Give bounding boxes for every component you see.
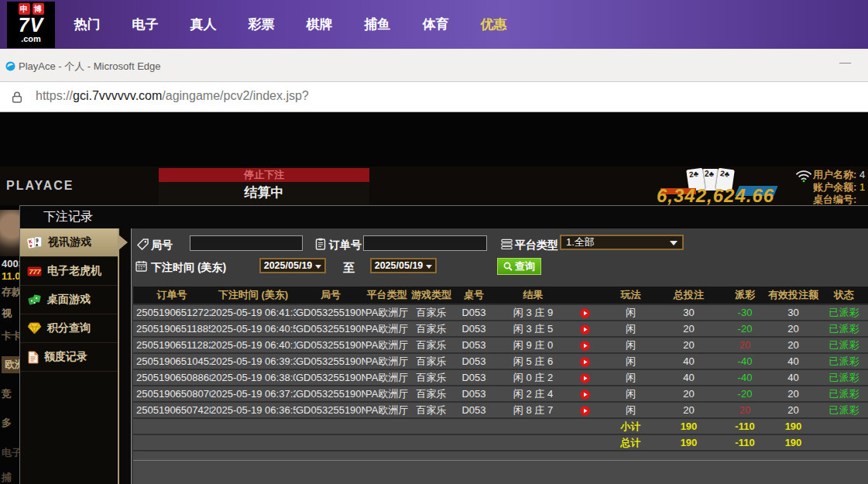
date-to-picker[interactable]: 2025/05/19	[370, 258, 437, 273]
cards-icon: K♥9♠	[27, 236, 43, 249]
platform-type-label: 平台类型	[515, 239, 558, 252]
balance-value: 1	[859, 181, 865, 193]
calendar-icon	[136, 260, 147, 275]
cell-valid: 20	[768, 321, 818, 337]
cell-total: 20	[656, 337, 722, 353]
logo-badge-bo: 博	[33, 3, 44, 15]
user-name-label: 用户名称:	[813, 169, 856, 180]
round-number-input[interactable]	[190, 235, 303, 251]
url-text[interactable]: https://gci.7vvvvvv.com/agingame/pcv2/in…	[36, 89, 309, 103]
nav-item[interactable]: 彩票	[232, 15, 290, 33]
chevron-down-icon	[315, 265, 321, 269]
cell-order: 250519065118857	[133, 321, 211, 337]
subtotal-cell-valid: 190	[768, 418, 818, 434]
search-icon	[503, 262, 513, 271]
cell-play: 闲	[606, 369, 656, 386]
grand_total-cell-payout: -110	[722, 434, 768, 451]
cell-payout: -20	[722, 386, 768, 402]
cell-valid: 40	[768, 369, 818, 386]
cell-time: 2025-05-19 06:40:17	[211, 337, 296, 353]
replay-icon[interactable]	[580, 341, 590, 351]
sidebar-item-dice[interactable]: 桌面游戏	[20, 286, 118, 314]
column-header: 总投注	[656, 287, 722, 304]
empty-strip	[133, 451, 868, 461]
cell-status: 已派彩	[818, 321, 868, 337]
table-row: 2505190650886862025-05-19 06:38:08GD0532…	[133, 369, 868, 386]
chevron-down-icon	[426, 265, 432, 269]
logo-badges: 申 博	[19, 3, 44, 15]
replay-icon[interactable]	[580, 406, 590, 416]
cell-payout: -40	[722, 353, 768, 369]
nav-item[interactable]: 电子	[116, 15, 174, 33]
cell-payout: -20	[722, 321, 768, 337]
cell-result: 闲 0 庄 2	[493, 369, 606, 386]
sidebar-item-gem[interactable]: 积分查询	[20, 314, 118, 343]
cell-result: 闲 3 庄 5	[493, 321, 606, 337]
column-header: 结果	[493, 287, 606, 304]
grand_total-cell-platform	[365, 434, 408, 451]
cell-order: 250519065088686	[133, 369, 211, 386]
cell-round: GD053255190NN	[296, 337, 365, 353]
grand_total-row: 总计190-110190	[133, 434, 868, 451]
search-button-label: 查询	[515, 259, 535, 273]
nav-item[interactable]: 捕鱼	[348, 15, 407, 33]
replay-icon[interactable]	[580, 324, 590, 335]
cell-valid: 20	[768, 386, 818, 402]
cell-platform: PA欧洲厅	[365, 353, 408, 369]
order-number-label: 订单号	[329, 239, 362, 252]
column-header: 状态	[818, 287, 868, 304]
cell-order: 250519065127228	[133, 304, 211, 321]
cell-payout: -30	[722, 304, 768, 321]
subtotal-cell-result	[493, 418, 606, 434]
logo-suffix: .com	[21, 35, 41, 43]
column-header: 下注时间 (美东)	[211, 287, 296, 304]
site-logo[interactable]: 申 博 7V .com	[7, 2, 55, 48]
platform-list-icon	[501, 239, 513, 253]
nav-item[interactable]: 热门	[58, 15, 116, 33]
subtotal-cell-total: 190	[656, 418, 722, 434]
search-button[interactable]: 查询	[497, 258, 541, 275]
replay-icon[interactable]	[580, 357, 590, 367]
sidebar-item-doc[interactable]: 额度记录	[20, 343, 118, 372]
live-video-strip: PLAYACE 停止下注 结算中 2♣ 2♣ 2♣ 6,342,624.66 用…	[0, 166, 868, 205]
table-row: 2505190651128282025-05-19 06:40:17GD0532…	[133, 337, 868, 353]
subtotal-row: 小计190-110190	[133, 418, 868, 434]
records-table: 订单号下注时间 (美东)局号平台类型游戏类型桌号结果玩法总投注派彩有效投注额状态…	[133, 287, 868, 451]
cell-payout: 20	[722, 402, 768, 418]
cell-round: GD053255190NM	[296, 353, 365, 369]
sidebar-item-label: 电子老虎机	[47, 264, 101, 278]
cell-play: 闲	[606, 337, 656, 353]
grand_total-cell-round	[296, 434, 365, 451]
replay-icon[interactable]	[580, 308, 590, 318]
url-path: /agingame/pcv2/index.jsp?	[162, 89, 308, 102]
subtotal-cell-status	[818, 418, 868, 434]
url-host: gci.7vvvvvv.com	[73, 89, 162, 102]
cell-round: GD053255190NO	[296, 321, 365, 337]
platform-select[interactable]: 1.全部	[560, 235, 684, 250]
nav-item[interactable]: 真人	[174, 15, 232, 33]
browser-urlbar[interactable]: https://gci.7vvvvvv.com/agingame/pcv2/in…	[0, 82, 868, 112]
cell-time: 2025-05-19 06:39:33	[211, 353, 296, 369]
sidebar-item-slot[interactable]: 777电子老虎机	[20, 257, 118, 286]
nav-item[interactable]: 体育	[407, 15, 465, 33]
nav-item[interactable]: 棋牌	[290, 15, 348, 33]
background-fragment: 竞	[2, 387, 12, 401]
cell-valid: 20	[768, 337, 818, 353]
cell-result: 闲 2 庄 4	[493, 386, 606, 402]
date-from-picker[interactable]: 2025/05/19	[259, 258, 326, 273]
cell-game: 百家乐	[408, 369, 455, 386]
logo-brand: 7V	[19, 15, 44, 35]
replay-icon[interactable]	[580, 390, 590, 400]
order-number-input[interactable]	[363, 235, 487, 251]
sidebar-item-cards[interactable]: K♥9♠视讯游戏	[20, 228, 118, 257]
subtotal-cell-order	[133, 418, 211, 434]
cell-round: GD053255190NP	[296, 304, 365, 321]
chevron-down-icon	[670, 241, 678, 245]
nav-item[interactable]: 优惠	[465, 15, 523, 33]
subtotal-cell-round	[296, 418, 365, 434]
playace-brand: PLAYACE	[6, 179, 74, 193]
settling-label: 结算中	[159, 182, 369, 205]
replay-icon[interactable]	[580, 373, 590, 383]
avatar	[0, 210, 19, 256]
minimize-button[interactable]: —	[839, 55, 851, 68]
